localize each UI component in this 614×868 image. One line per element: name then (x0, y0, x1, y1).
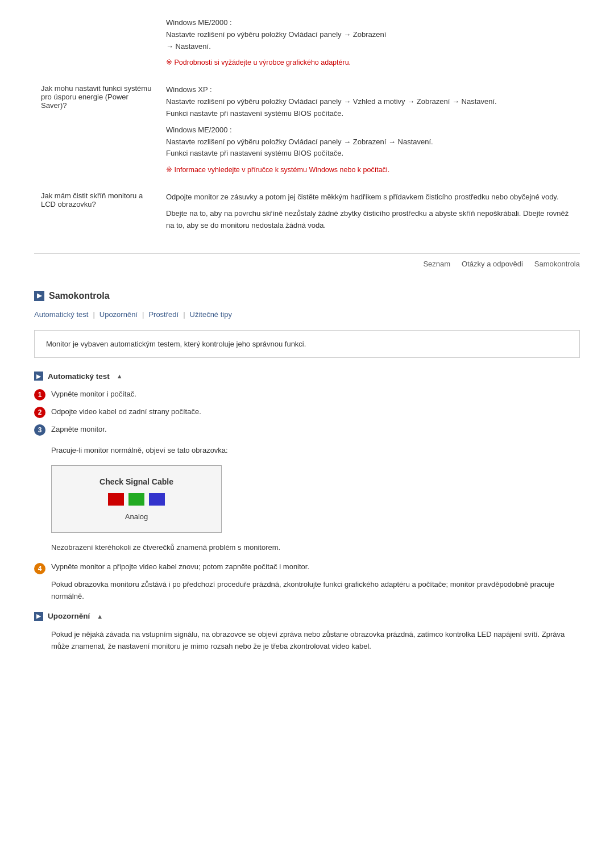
faq-row-top: Windows ME/2000 : Nastavte rozlišení po … (34, 11, 580, 78)
step-num-2: 2 (34, 407, 45, 418)
step-2-text: Odpojte video kabel od zadní strany počí… (51, 406, 201, 418)
step-1-text: Vypněte monitor i počítač. (51, 389, 136, 400)
info-box: Monitor je vybaven automatickým testem, … (34, 330, 580, 358)
nav-samokontrola[interactable]: Samokontrola (534, 260, 580, 268)
faq-answer-text-1: Windows ME/2000 : Nastavte rozlišení po … (166, 17, 573, 52)
auto-test-header: ▶ Automatický test ▲ (34, 372, 580, 381)
bottom-nav: Seznam Otázky a odpovědi Samokontrola (34, 253, 580, 274)
faq-answer-top: Windows ME/2000 : Nastavte rozlišení po … (159, 11, 580, 78)
color-green (128, 493, 144, 506)
tab-nav: Automatický test | Upozornění | Prostřed… (34, 310, 580, 319)
upozorneni-icon: ▶ (34, 612, 43, 621)
color-red (108, 493, 124, 506)
faq-powersaver-winme: Windows ME/2000 : Nastavte rozlišení po … (166, 124, 573, 160)
note-after-box: Nezobrazení kteréhokoli ze čtverečků zna… (51, 542, 580, 554)
faq-powersaver-winxp: Windows XP : Nastavte rozlišení po výběr… (166, 84, 573, 119)
faq-answer-clean: Odpojte monitor ze zásuvky a potom jej č… (159, 186, 580, 241)
step3-sub-text: Pracuje-li monitor normálně, objeví se t… (51, 445, 580, 456)
nav-seznam[interactable]: Seznam (423, 260, 450, 268)
step-1: 1 Vypněte monitor i počítač. (34, 389, 580, 400)
tab-prostredi[interactable]: Prostředí (148, 310, 179, 319)
faq-question-clean: Jak mám čistit skříň monitoru a LCD obra… (34, 186, 159, 241)
sep-3: | (183, 310, 185, 319)
tab-upozorneni[interactable]: Upozornění (99, 310, 138, 319)
signal-box-wrapper: Check Signal Cable Analog (51, 465, 580, 533)
sep-2: | (142, 310, 144, 319)
step-num-3: 3 (34, 424, 45, 436)
step-3: 3 Zapněte monitor. (34, 424, 580, 436)
step4-block: 4 Vypněte monitor a připojte video kabel… (34, 562, 580, 603)
signal-box-title: Check Signal Cable (63, 477, 210, 486)
samokontrola-title: Samokontrola (49, 291, 110, 301)
upozorneni-section: ▶ Upozornění ▲ Pokud je nějaká závada na… (34, 612, 580, 653)
faq-note-link-1[interactable]: Podrobnosti si vyžádejte u výrobce grafi… (166, 57, 573, 68)
sep-1: | (93, 310, 94, 319)
upozorneni-header: ▶ Upozornění ▲ (34, 612, 580, 621)
upozorneni-arrow: ▲ (97, 613, 103, 620)
faq-clean-text2: Dbejte na to, aby na povrchu skříně nezů… (166, 208, 573, 232)
upozorneni-title: Upozornění (48, 612, 90, 620)
steps-list: 1 Vypněte monitor i počítač. 2 Odpojte v… (34, 389, 580, 436)
tab-uzitecne[interactable]: Užitečné tipy (190, 310, 232, 319)
samokontrola-header: ▶ Samokontrola (34, 291, 580, 301)
step-2: 2 Odpojte video kabel od zadní strany po… (34, 406, 580, 418)
color-blue (149, 493, 165, 506)
page-wrapper: Windows ME/2000 : Nastavte rozlišení po … (0, 0, 614, 664)
upozorneni-text: Pokud je nějaká závada na vstupním signá… (51, 629, 580, 653)
signal-label: Analog (63, 512, 210, 521)
faq-clean-text1: Odpojte monitor ze zásuvky a potom jej č… (166, 191, 573, 203)
auto-test-arrow: ▲ (117, 373, 123, 379)
tab-auto-test[interactable]: Automatický test (34, 310, 88, 319)
step4-sub-text: Pokud obrazovka monitoru zůstává i po př… (51, 579, 580, 603)
step-num-4: 4 (34, 563, 45, 574)
step-3-text: Zapněte monitor. (51, 424, 107, 435)
faq-row-clean: Jak mám čistit skříň monitoru a LCD obra… (34, 186, 580, 241)
step-num-1: 1 (34, 389, 45, 400)
auto-test-icon: ▶ (34, 372, 43, 381)
faq-question-powersaver: Jak mohu nastavit funkci systému pro úsp… (34, 78, 159, 186)
auto-test-title: Automatický test (48, 372, 110, 381)
faq-row-powersaver: Jak mohu nastavit funkci systému pro úsp… (34, 78, 580, 186)
faq-table: Windows ME/2000 : Nastavte rozlišení po … (34, 11, 580, 242)
faq-question-empty (34, 11, 159, 78)
faq-powersaver-note[interactable]: Informace vyhledejte v příručce k systém… (166, 164, 573, 176)
faq-answer-powersaver: Windows XP : Nastavte rozlišení po výběr… (159, 78, 580, 186)
signal-box: Check Signal Cable Analog (51, 465, 222, 533)
samokontrola-icon: ▶ (34, 291, 44, 301)
signal-colors (63, 493, 210, 506)
nav-otazky[interactable]: Otázky a odpovědi (462, 260, 523, 268)
step-4-text: Vypněte monitor a připojte video kabel z… (51, 562, 309, 571)
info-box-text: Monitor je vybaven automatickým testem, … (46, 340, 306, 348)
